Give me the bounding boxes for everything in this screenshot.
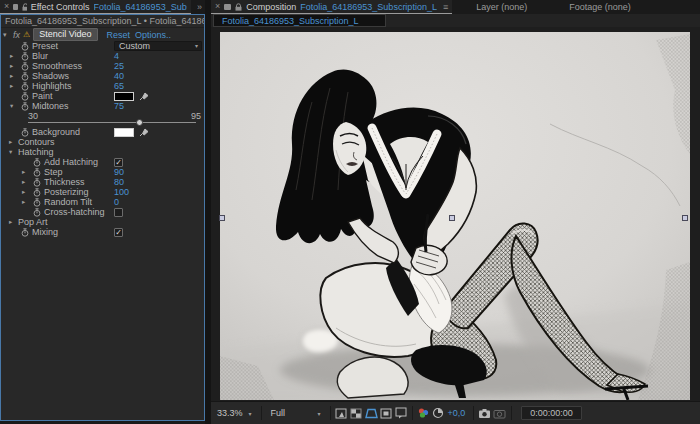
layer-anchor-point[interactable] (449, 215, 455, 221)
reset-button[interactable]: Reset (107, 30, 131, 40)
tab-layer[interactable]: Layer (none) (466, 2, 537, 12)
disclosure-icon[interactable]: ▸ (10, 52, 13, 60)
param-row-random-tilt: ▸Random Tilt0 (1, 197, 204, 207)
disclosure-icon[interactable]: ▸ (22, 188, 25, 196)
disclosure-icon[interactable]: ▸ (9, 138, 12, 146)
after-effects-window: × Effect Controls Fotolia_64186953_Subsc… (0, 0, 700, 424)
options-button[interactable]: Options.. (135, 30, 171, 40)
param-value[interactable]: 90 (114, 167, 124, 177)
param-row-thickness: ▸Thickness80 (1, 177, 204, 187)
lock-icon[interactable] (235, 3, 242, 11)
param-row-highlights: ▸Highlights65 (1, 81, 204, 91)
timecode-display[interactable]: 0:00:00:00 (521, 406, 582, 420)
tab-footage[interactable]: Footage (none) (559, 2, 641, 12)
disclosure-icon[interactable]: ▸ (22, 178, 25, 186)
slider-track[interactable] (28, 122, 196, 123)
panel-overflow-icon[interactable]: » (197, 2, 202, 12)
disclosure-icon[interactable]: ▾ (9, 148, 12, 156)
slider-handle[interactable] (136, 119, 143, 126)
color-swatch[interactable] (114, 128, 134, 137)
param-name: Pop Art (18, 217, 48, 227)
param-value[interactable]: 25 (114, 61, 124, 71)
param-name: Add Hatching (44, 157, 98, 167)
param-value[interactable]: 0 (114, 197, 119, 207)
slider-max-label: 95 (191, 111, 201, 121)
param-value[interactable]: 4 (114, 51, 119, 61)
show-channel-icon[interactable] (416, 406, 431, 420)
param-value[interactable]: 75 (114, 101, 124, 111)
layer-handle-right[interactable] (682, 215, 688, 221)
param-slider-row: 3095 (1, 111, 204, 127)
param-row-add-hatching: Add Hatching✓ (1, 157, 204, 167)
safe-zones-icon[interactable] (364, 406, 379, 420)
effect-disclosure-icon[interactable]: ▾ (3, 31, 10, 39)
param-name: Hatching (18, 147, 54, 157)
fx-badge[interactable]: fx (13, 30, 20, 40)
mask-visibility-icon[interactable] (349, 406, 364, 420)
param-dropdown[interactable]: Custom▾ (114, 41, 202, 51)
param-name: Step (44, 167, 63, 177)
composition-canvas[interactable] (220, 32, 690, 400)
resolution-value: Full (271, 408, 312, 418)
param-row-hatching: ▾Hatching (1, 147, 204, 157)
effect-controls-tabbar: × Effect Controls Fotolia_64186953_Subsc… (0, 0, 205, 14)
param-value[interactable]: 80 (114, 177, 124, 187)
layer-handle-left[interactable] (219, 215, 225, 221)
param-row-preset: PresetCustom▾ (1, 41, 204, 51)
param-name: Mixing (32, 227, 58, 237)
param-row-step: ▸Step90 (1, 167, 204, 177)
lock-icon[interactable] (22, 3, 27, 11)
param-row-midtones: ▾Midtones75 (1, 101, 204, 111)
param-name: Background (32, 127, 80, 137)
panel-menu-icon[interactable]: ≡ (443, 2, 448, 12)
chevron-down-icon: ▾ (195, 42, 198, 50)
tab-composition[interactable]: × Composition Fotolia_64186953_Subscript… (211, 0, 452, 14)
effect-params: PresetCustom▾▸Blur4▸Smoothness25▸Shadows… (1, 41, 204, 237)
stopwatch-icon[interactable] (21, 228, 29, 239)
snapshot-icon[interactable] (477, 406, 492, 420)
param-name: Highlights (32, 81, 72, 91)
region-of-interest-icon[interactable] (379, 406, 394, 420)
param-row-posterizing: ▸Posterizing100 (1, 187, 204, 197)
disclosure-icon[interactable]: ▾ (10, 102, 13, 110)
close-icon[interactable]: × (215, 2, 220, 11)
param-value[interactable]: 100 (114, 187, 129, 197)
param-checkbox[interactable] (114, 208, 123, 217)
disclosure-icon[interactable]: ▸ (10, 72, 13, 80)
close-icon[interactable]: × (4, 2, 9, 11)
param-row-background: Background (1, 127, 204, 137)
param-name: Paint (32, 91, 53, 101)
composition-document-tab[interactable]: Fotolia_64186953_Subscription_L (213, 14, 386, 27)
magnification-dropdown[interactable]: 33.3% ▾ (211, 406, 258, 421)
exposure-value[interactable]: +0,0 (448, 408, 466, 418)
disclosure-icon[interactable]: ▸ (10, 82, 13, 90)
resolution-dropdown[interactable]: Full ▾ (265, 406, 327, 421)
disclosure-icon[interactable]: ▸ (22, 198, 25, 206)
effect-header: ▾ fx ⚠ Stencil Video Reset Options.. (1, 28, 204, 41)
param-value[interactable]: 40 (114, 71, 124, 81)
panel-icon (224, 4, 231, 10)
effect-name[interactable]: Stencil Video (33, 28, 97, 41)
adjust-exposure-icon[interactable] (431, 406, 446, 420)
param-value[interactable]: 65 (114, 81, 124, 91)
show-snapshot-icon[interactable] (492, 406, 507, 420)
composition-viewport[interactable] (211, 27, 700, 401)
transparency-grid-icon[interactable] (394, 406, 409, 420)
composition-document-tab-label: Fotolia_64186953_Subscription_L (222, 16, 359, 26)
param-checkbox[interactable]: ✓ (114, 158, 123, 167)
param-name: Random Tilt (44, 197, 92, 207)
stencil-video-image (220, 32, 690, 400)
param-row-pop-art: ▸Pop Art (1, 217, 204, 227)
disclosure-icon[interactable]: ▸ (22, 168, 25, 176)
warning-icon: ⚠ (23, 30, 30, 39)
tab-effect-controls[interactable]: × Effect Controls Fotolia_64186953_Subsc… (0, 0, 191, 14)
param-row-shadows: ▸Shadows40 (1, 71, 204, 81)
chevron-down-icon: ▾ (249, 410, 252, 417)
color-swatch[interactable] (114, 92, 134, 101)
param-row-paint: Paint (1, 91, 204, 101)
grid-guides-options-icon[interactable] (334, 406, 349, 420)
param-checkbox[interactable]: ✓ (114, 228, 123, 237)
disclosure-icon[interactable]: ▸ (9, 218, 12, 226)
breadcrumb: Fotolia_64186953_Subscription_L • Fotoli… (1, 15, 204, 28)
disclosure-icon[interactable]: ▸ (10, 62, 13, 70)
